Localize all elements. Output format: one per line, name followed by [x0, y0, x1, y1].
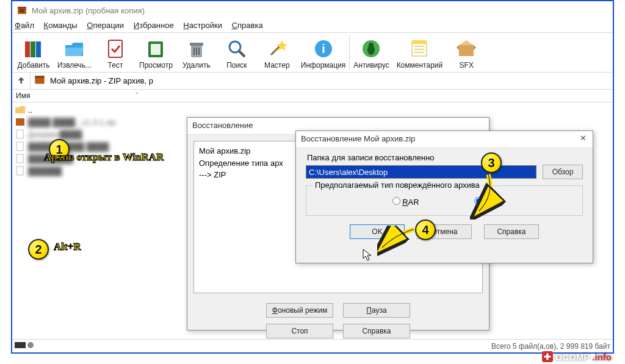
tb-extract[interactable]: Извлечь...	[54, 35, 95, 71]
tb-comment[interactable]: Комментарий	[393, 35, 447, 71]
tb-find[interactable]: Поиск	[217, 35, 257, 71]
svg-rect-14	[198, 48, 200, 55]
svg-rect-7	[109, 40, 122, 57]
svg-marker-31	[457, 45, 459, 50]
plus-icon: ✚	[542, 351, 553, 362]
path-text[interactable]: Мой архив.zip - ZIP архив, р	[50, 76, 153, 85]
svg-rect-35	[16, 118, 24, 126]
svg-rect-3	[20, 11, 24, 12]
file-icon	[15, 141, 26, 151]
status-text: Всего 5 файл(а,ов), 2 999 819 байт	[491, 342, 610, 351]
zip-icon	[15, 117, 26, 127]
svg-text:i: i	[322, 42, 325, 55]
svg-rect-38	[16, 154, 23, 163]
pause-button[interactable]: Пауза	[343, 303, 410, 318]
menu-commands[interactable]: Команды	[44, 21, 78, 30]
list-header[interactable]: Имя ⌃	[12, 90, 613, 102]
watermark: ✚ OCOMP.info	[542, 351, 612, 362]
tb-test[interactable]: Тест	[95, 35, 135, 71]
titlebar: Мой архив.zip (пробная копия)	[12, 1, 613, 20]
list-item-up[interactable]: ..	[15, 104, 610, 116]
help-button[interactable]: Справка	[343, 324, 410, 338]
tb-wizard[interactable]: Мастер	[257, 35, 297, 71]
menu-help[interactable]: Справка	[232, 21, 263, 30]
dialog-title: Восстановление Мой архив.zip ✕	[296, 131, 593, 148]
annotation-2: Alt+R	[54, 241, 81, 253]
svg-rect-4	[25, 41, 30, 57]
bug-icon	[359, 37, 383, 61]
winrar-icon	[16, 4, 28, 16]
help-button[interactable]: Справка	[484, 224, 539, 239]
svg-rect-29	[459, 45, 474, 56]
book-icon	[143, 37, 168, 61]
arrow-4-to-ok	[377, 226, 420, 256]
folder-label: Папка для записи восстановленно	[307, 153, 593, 162]
clipboard-check-icon	[103, 37, 128, 61]
svg-rect-39	[16, 166, 23, 175]
svg-rect-11	[190, 43, 203, 46]
cursor-icon	[363, 249, 374, 262]
menu-file[interactable]: Файл	[15, 21, 34, 30]
svg-marker-32	[474, 45, 476, 50]
svg-point-23	[369, 43, 374, 48]
svg-rect-25	[412, 40, 427, 44]
svg-point-41	[27, 342, 34, 348]
tb-sfx[interactable]: SFX	[446, 35, 486, 71]
file-icon	[15, 154, 26, 163]
box-icon	[454, 37, 479, 61]
up-button[interactable]: 🠉	[12, 73, 31, 89]
search-icon	[225, 37, 249, 61]
menubar: Файл Команды Операции Избранное Настройк…	[12, 20, 613, 32]
tb-view[interactable]: Просмотр	[135, 35, 176, 71]
archive-icon	[33, 73, 48, 88]
notepad-icon	[407, 37, 432, 61]
badge-4: 4	[415, 219, 436, 240]
arrow-3-to-zip	[470, 171, 507, 219]
svg-rect-13	[196, 48, 197, 55]
pathbar: 🠉 Мой архив.zip - ZIP архив, р	[12, 73, 613, 90]
svg-rect-34	[35, 76, 44, 77]
tb-add[interactable]: Добавить	[13, 35, 54, 71]
menu-operations[interactable]: Операции	[87, 21, 124, 30]
svg-rect-6	[36, 41, 41, 57]
badge-3: 3	[481, 152, 502, 173]
tb-info[interactable]: iИнформация	[297, 35, 349, 71]
svg-rect-37	[16, 142, 23, 151]
menu-settings[interactable]: Настройки	[183, 21, 222, 30]
tb-delete[interactable]: Удалить	[176, 35, 217, 71]
toolbar: Добавить Извлечь... Тест Просмотр Удалит…	[12, 32, 613, 73]
svg-rect-40	[15, 342, 26, 348]
menu-favorites[interactable]: Избранное	[134, 21, 174, 30]
stop-button[interactable]: Стоп	[266, 324, 333, 338]
badge-2: 2	[28, 239, 49, 260]
svg-rect-12	[193, 48, 195, 55]
info-icon: i	[311, 37, 336, 61]
file-icon	[15, 129, 26, 139]
svg-rect-5	[31, 41, 35, 57]
folder-open-icon	[62, 37, 87, 61]
svg-rect-1	[18, 7, 26, 9]
rar-radio[interactable]: RAR	[392, 197, 419, 207]
sort-indicator: ⌃	[134, 91, 139, 98]
svg-marker-30	[459, 40, 474, 45]
trash-icon	[184, 37, 209, 61]
svg-marker-18	[276, 40, 287, 51]
window-title: Мой архив.zip (пробная копия)	[32, 6, 145, 15]
books-icon	[21, 37, 46, 61]
tb-av[interactable]: Антивирус	[349, 35, 392, 71]
svg-line-16	[239, 51, 245, 57]
svg-rect-36	[16, 130, 23, 138]
folder-up-icon	[15, 105, 26, 115]
svg-rect-2	[20, 9, 24, 10]
wand-icon	[265, 37, 289, 61]
status-icon	[15, 341, 35, 351]
bg-mode-button[interactable]: Фоновый режим	[266, 303, 333, 318]
annotation-1: Архив открыт в WinRAR	[44, 151, 164, 163]
browse-button[interactable]: Обзор	[543, 165, 583, 179]
repair-options-dialog: Восстановление Мой архив.zip ✕ Папка для…	[295, 130, 593, 263]
svg-point-15	[229, 41, 240, 52]
file-icon	[15, 166, 26, 176]
svg-rect-9	[151, 44, 161, 55]
archive-type-group: Предполагаемый тип повреждённого архива …	[306, 185, 583, 216]
close-icon[interactable]: ✕	[577, 134, 589, 143]
